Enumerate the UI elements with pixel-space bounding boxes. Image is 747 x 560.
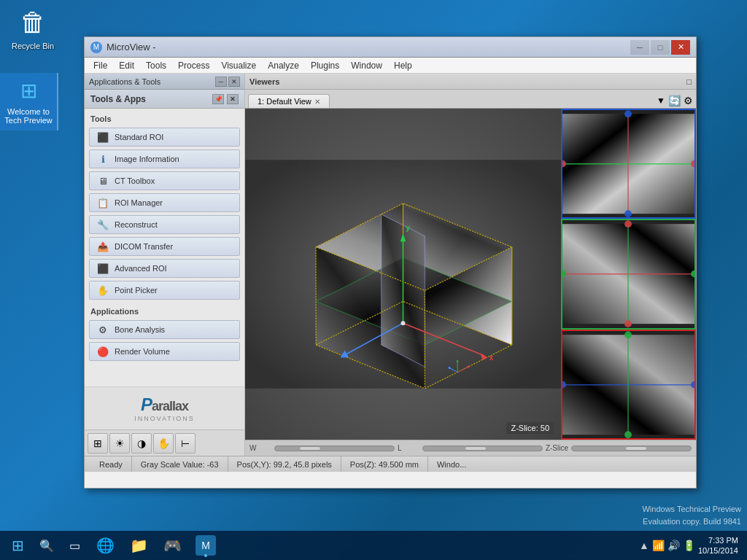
scrollbar-area: W L Z-Slice bbox=[245, 440, 696, 456]
image-information-icon: ℹ bbox=[96, 153, 110, 165]
render-volume-icon: 🔴 bbox=[96, 346, 110, 357]
menu-analyze[interactable]: Analyze bbox=[262, 59, 305, 72]
toolbar-contrast-button[interactable]: ◑ bbox=[131, 433, 152, 454]
menu-window[interactable]: Window bbox=[345, 59, 388, 72]
slice-top-svg bbox=[562, 110, 694, 217]
viewer-tabs: 1: Default View ✕ ▼ 🔄 ⚙ bbox=[245, 90, 696, 109]
tray-volume-icon[interactable]: 🔊 bbox=[667, 540, 680, 551]
tab-close-icon[interactable]: ✕ bbox=[314, 98, 320, 106]
slice-panel-top[interactable] bbox=[561, 109, 696, 219]
window-controls: ─ □ ✕ bbox=[630, 40, 690, 55]
zslice-label: Z-Slice bbox=[546, 444, 568, 452]
status-pos-xy: Pos(X,Y): 99.2, 45.8 pixels bbox=[228, 456, 341, 472]
tray-clock[interactable]: 7:33 PM 10/15/2014 bbox=[698, 535, 738, 556]
status-pos-z: Pos(Z): 49.500 mm bbox=[341, 456, 428, 472]
app-title: MicroView - bbox=[107, 42, 630, 52]
reconstruct-icon: 🔧 bbox=[96, 219, 110, 230]
ct-toolbox-icon: 🖥 bbox=[96, 175, 110, 187]
slice-panel-middle[interactable] bbox=[561, 219, 696, 329]
tool-render-volume[interactable]: 🔴 Render Volume bbox=[89, 342, 240, 361]
content-area: Applications & Tools ─ ✕ Tools & Apps 📌 … bbox=[85, 74, 696, 456]
tool-advanced-roi[interactable]: ⬛ Advanced ROI bbox=[89, 259, 240, 278]
welcome-box: ⊞ Welcome to Tech Preview bbox=[0, 73, 58, 131]
taskbar-explorer[interactable]: 📁 bbox=[123, 532, 155, 559]
tool-roi-manager[interactable]: 📋 ROI Manager bbox=[89, 193, 240, 212]
panel-pin-button[interactable]: ─ bbox=[215, 77, 227, 87]
roi-manager-icon: 📋 bbox=[96, 197, 110, 209]
w-scrollbar[interactable] bbox=[274, 446, 395, 451]
tools-section-label: Tools bbox=[85, 109, 244, 126]
menu-help[interactable]: Help bbox=[388, 59, 418, 72]
slice-middle-svg bbox=[562, 220, 694, 327]
tools-panel-pin[interactable]: 📌 bbox=[212, 94, 224, 104]
menu-visualize[interactable]: Visualize bbox=[215, 59, 262, 72]
toolbar-pan-button[interactable]: ✋ bbox=[153, 433, 174, 454]
tool-ct-toolbox[interactable]: 🖥 CT Toolbox bbox=[89, 171, 240, 190]
tab-dropdown-icon[interactable]: ▼ bbox=[657, 96, 665, 106]
slice-bottom-svg bbox=[562, 331, 694, 438]
tool-reconstruct[interactable]: 🔧 Reconstruct bbox=[89, 215, 240, 234]
maximize-button[interactable]: □ bbox=[651, 40, 670, 55]
standard-roi-icon: ⬛ bbox=[96, 131, 110, 143]
panel-close-button[interactable]: ✕ bbox=[228, 77, 240, 87]
recycle-bin-icon[interactable]: 🗑 Recycle Bin bbox=[7, 7, 58, 51]
desktop: 🗑 Recycle Bin ⊞ Welcome to Tech Preview … bbox=[0, 0, 747, 560]
search-button[interactable]: 🔍 bbox=[34, 532, 60, 559]
viewer-header: Viewers □ bbox=[245, 74, 696, 90]
windows-logo-icon: ⊞ bbox=[4, 79, 53, 103]
svg-point-34 bbox=[624, 210, 632, 217]
svg-point-26 bbox=[457, 360, 459, 362]
zslice-scrollbar[interactable] bbox=[571, 446, 692, 451]
tool-bone-analysis[interactable]: ⚙ Bone Analysis bbox=[89, 320, 240, 339]
viewer-area: Viewers □ 1: Default View ✕ ▼ 🔄 ⚙ bbox=[245, 74, 696, 456]
tools-panel-close[interactable]: ✕ bbox=[227, 94, 239, 104]
task-view-button[interactable]: ▭ bbox=[61, 532, 88, 559]
z-slice-label: Z-Slice: 50 bbox=[506, 422, 554, 434]
menu-edit[interactable]: Edit bbox=[113, 59, 140, 72]
tab-refresh-icon[interactable]: 🔄 bbox=[668, 95, 681, 106]
svg-point-40 bbox=[624, 221, 632, 228]
svg-text:x: x bbox=[489, 354, 493, 362]
close-button[interactable]: ✕ bbox=[671, 40, 690, 55]
menu-plugins[interactable]: Plugins bbox=[305, 59, 345, 72]
tab-settings-icon[interactable]: ⚙ bbox=[684, 95, 693, 106]
tool-point-picker[interactable]: ✋ Point Picker bbox=[89, 281, 240, 300]
minimize-button[interactable]: ─ bbox=[630, 40, 649, 55]
taskbar-edge[interactable]: 🌐 bbox=[89, 532, 121, 559]
toolbar-measure-button[interactable]: ⊢ bbox=[175, 433, 196, 454]
l-scrollbar[interactable] bbox=[422, 446, 543, 451]
dicom-transfer-icon: 📤 bbox=[96, 241, 110, 252]
tool-dicom-transfer[interactable]: 📤 DICOM Transfer bbox=[89, 237, 240, 256]
app-window: M MicroView - ─ □ ✕ File Edit Tools Proc… bbox=[84, 36, 697, 489]
menu-file[interactable]: File bbox=[88, 59, 113, 72]
viewer-canvas: y x bbox=[245, 109, 696, 440]
menu-bar: File Edit Tools Process Visualize Analyz… bbox=[85, 58, 696, 74]
slice-panels bbox=[561, 109, 696, 440]
tab-default-view[interactable]: 1: Default View ✕ bbox=[248, 94, 330, 108]
menu-tools[interactable]: Tools bbox=[140, 59, 172, 72]
tray-arrow-icon[interactable]: ▲ bbox=[639, 540, 649, 551]
panel-titlebar: Applications & Tools ─ ✕ bbox=[85, 74, 244, 90]
viewer-maximize-icon[interactable]: □ bbox=[686, 77, 692, 86]
svg-point-21 bbox=[401, 321, 406, 325]
taskbar: ⊞ 🔍 ▭ 🌐 📁 🎮 M ▲ 📶 🔊 🔋 7:33 PM 10/15/2014 bbox=[0, 531, 747, 560]
tool-standard-roi[interactable]: ⬛ Standard ROI bbox=[89, 128, 240, 147]
taskbar-xbox[interactable]: 🎮 bbox=[156, 532, 188, 559]
system-tray: ▲ 📶 🔊 🔋 7:33 PM 10/15/2014 bbox=[633, 535, 744, 556]
tray-network-icon[interactable]: 📶 bbox=[652, 540, 665, 551]
parallax-logo: Parallax innovations bbox=[85, 386, 244, 429]
svg-text:y: y bbox=[406, 224, 410, 232]
taskbar-microview[interactable]: M bbox=[190, 532, 222, 559]
menu-process[interactable]: Process bbox=[172, 59, 215, 72]
status-ready: Ready bbox=[90, 456, 132, 472]
view-3d[interactable]: y x bbox=[245, 109, 561, 440]
l-label: L bbox=[398, 444, 419, 452]
toolbar-select-button[interactable]: ⊞ bbox=[88, 433, 108, 454]
slice-panel-bottom[interactable] bbox=[561, 330, 696, 440]
start-button[interactable]: ⊞ bbox=[3, 532, 32, 559]
toolbar-brightness-button[interactable]: ☀ bbox=[109, 433, 130, 454]
status-bar: Ready Gray Scale Value: -63 Pos(X,Y): 99… bbox=[85, 456, 696, 472]
tool-image-information[interactable]: ℹ Image Information bbox=[89, 149, 240, 168]
tray-battery-icon[interactable]: 🔋 bbox=[683, 540, 695, 551]
status-gray-scale: Gray Scale Value: -63 bbox=[132, 456, 228, 472]
